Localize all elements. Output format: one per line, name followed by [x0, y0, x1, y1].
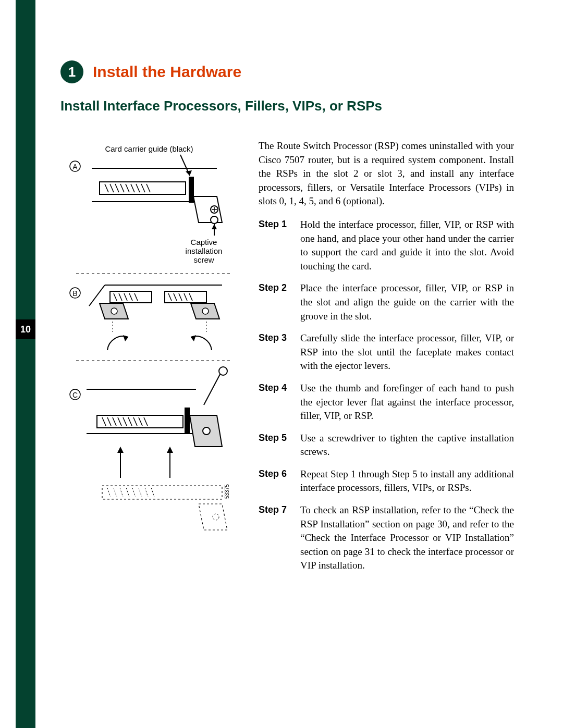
intro-paragraph: The Route Switch Processor (RSP) comes u… — [259, 139, 514, 208]
svg-marker-22 — [212, 224, 217, 229]
step-label: Step 1 — [259, 218, 300, 273]
chapter-heading: 1 Install the Hardware — [60, 60, 514, 83]
svg-line-73 — [132, 488, 136, 497]
step-label: Step 4 — [259, 381, 300, 423]
page-number: 10 — [16, 319, 35, 339]
diagram-card-guide-label: Card carrier guide (black) — [105, 144, 193, 153]
diagram-screw-label-1: Captive — [191, 238, 217, 246]
diagram-marker-c: C — [72, 391, 78, 399]
diagram-figure-id: 53375 — [224, 484, 230, 499]
svg-point-48 — [219, 367, 227, 375]
svg-rect-15 — [189, 177, 194, 203]
step-row: Step 7 To check an RSP installation, ref… — [259, 503, 514, 573]
step-label: Step 7 — [259, 503, 300, 573]
svg-line-74 — [139, 488, 142, 497]
svg-line-72 — [126, 488, 129, 497]
section-title: Install Interface Processors, Fillers, V… — [60, 98, 514, 114]
svg-rect-61 — [185, 408, 190, 434]
svg-line-69 — [107, 488, 111, 497]
diagram-column: Card carrier guide (black) A — [60, 139, 238, 581]
text-column: The Route Switch Processor (RSP) comes u… — [259, 139, 514, 581]
svg-line-76 — [151, 488, 154, 497]
step-row: Step 1 Hold the interface processor, fil… — [259, 218, 514, 273]
svg-point-78 — [213, 514, 219, 520]
step-row: Step 6 Repeat Step 1 through Step 5 to i… — [259, 467, 514, 495]
svg-line-75 — [145, 488, 148, 497]
svg-rect-68 — [102, 486, 222, 499]
step-row: Step 4 Use the thumb and forefinger of e… — [259, 381, 514, 423]
step-text: To check an RSP installation, refer to t… — [300, 503, 514, 573]
step-text: Use a screwdriver to tighten the captive… — [300, 431, 514, 459]
step-row: Step 3 Carefully slide the interface pro… — [259, 331, 514, 373]
installation-diagram: Card carrier guide (black) A — [60, 144, 238, 572]
svg-marker-65 — [117, 447, 124, 453]
step-label: Step 3 — [259, 331, 300, 373]
step-text: Place the interface processor, filler, V… — [300, 281, 514, 323]
step-text: Hold the interface processor, filler, VI… — [300, 218, 514, 273]
step-text: Repeat Step 1 through Step 5 to install … — [300, 467, 514, 495]
page-content: 1 Install the Hardware Install Interface… — [60, 60, 514, 581]
left-accent-band — [16, 0, 35, 728]
step-row: Step 2 Place the interface processor, fi… — [259, 281, 514, 323]
step-text: Use the thumb and forefinger of each han… — [300, 381, 514, 423]
svg-marker-14 — [186, 170, 192, 176]
svg-marker-67 — [167, 447, 173, 453]
step-row: Step 5 Use a screwdriver to tighten the … — [259, 431, 514, 459]
chapter-number-badge: 1 — [60, 60, 83, 83]
diagram-screw-label-3: screw — [193, 255, 214, 264]
svg-point-20 — [211, 216, 218, 224]
svg-line-71 — [120, 488, 123, 497]
diagram-marker-a: A — [72, 163, 78, 171]
svg-rect-3 — [100, 182, 186, 194]
svg-point-42 — [202, 308, 209, 314]
svg-point-63 — [203, 427, 210, 435]
step-label: Step 5 — [259, 431, 300, 459]
diagram-marker-b: B — [72, 289, 77, 298]
diagram-screw-label-2: installation — [186, 246, 223, 255]
step-label: Step 6 — [259, 467, 300, 495]
chapter-title: Install the Hardware — [93, 63, 241, 80]
svg-rect-51 — [97, 415, 183, 428]
step-label: Step 2 — [259, 281, 300, 323]
step-text: Carefully slide the interface processor,… — [300, 331, 514, 373]
svg-line-70 — [114, 488, 117, 497]
svg-point-41 — [111, 308, 117, 314]
